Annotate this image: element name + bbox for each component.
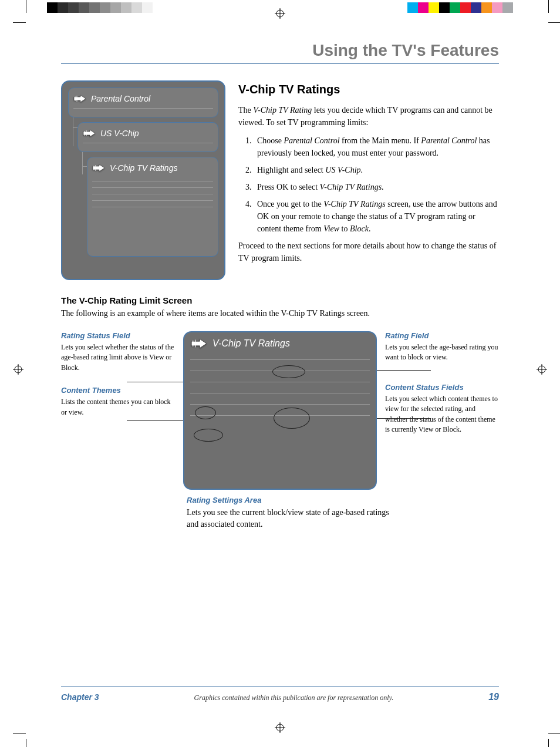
menu-screenshot: Parental Control US V-Chip V-Chip TV Rat… <box>61 80 225 280</box>
body-text: V-Chip TV Ratings The V-Chip TV Rating l… <box>238 80 499 280</box>
page-content: Using the TV's Features Parental Control… <box>61 41 499 531</box>
callout-rating-status-field: Rating Status Field Lets you select whet… <box>61 331 175 373</box>
menu-item-label: Parental Control <box>91 94 150 103</box>
limit-heading: The V-Chip Rating Limit Screen <box>61 295 499 305</box>
limit-section: The V-Chip Rating Limit Screen The follo… <box>61 295 499 531</box>
steps-list: Choose Parental Control from the Main me… <box>254 134 499 235</box>
registration-mark-icon <box>275 8 285 19</box>
menu-item-parental-control: Parental Control <box>68 88 218 117</box>
callout-rating-settings-area: Rating Settings Area Lets you see the cu… <box>187 496 398 531</box>
menu-arrow-icon <box>73 95 86 103</box>
callout-content-status-fields: Content Status Fields Lets you select wh… <box>385 383 499 435</box>
intro-paragraph: The V-Chip TV Rating lets you decide whi… <box>238 104 499 129</box>
menu-arrow-icon <box>83 129 96 137</box>
color-bar-right <box>407 2 513 13</box>
step-item: Choose Parental Control from the Main me… <box>254 134 499 159</box>
left-callouts: Rating Status Field Lets you select whet… <box>61 331 175 430</box>
vchip-ratings-panel: V-Chip TV Ratings <box>183 331 377 490</box>
section-heading: V-Chip TV Ratings <box>238 80 499 98</box>
registration-mark-icon <box>13 364 23 375</box>
menu-arrow-icon <box>92 164 105 172</box>
footer-page-number: 19 <box>488 692 499 702</box>
menu-item-us-vchip: US V-Chip <box>77 122 218 152</box>
right-callouts: Rating Field Lets you select the age-bas… <box>385 331 499 447</box>
callout-rating-field: Rating Field Lets you select the age-bas… <box>385 331 499 363</box>
footer-chapter: Chapter 3 <box>61 692 99 702</box>
callout-oval <box>274 408 310 429</box>
proceed-paragraph: Proceed to the next sections for more de… <box>238 240 499 264</box>
step-item: Press OK to select V-Chip TV Ratings. <box>254 181 499 193</box>
callout-oval <box>195 406 216 419</box>
menu-item-label: US V-Chip <box>100 129 139 138</box>
footer-note: Graphics contained within this publicati… <box>99 694 489 702</box>
callout-oval <box>272 365 305 378</box>
page-footer: Chapter 3 Graphics contained within this… <box>61 687 499 702</box>
menu-arrow-icon <box>190 338 208 349</box>
step-item: Highlight and select US V-Chip. <box>254 164 499 176</box>
callout-oval <box>194 429 223 442</box>
page-title: Using the TV's Features <box>61 41 499 64</box>
registration-mark-icon <box>275 722 285 733</box>
step-item: Once you get to the V-Chip TV Ratings sc… <box>254 198 499 235</box>
color-bar-left <box>47 2 163 13</box>
menu-item-label: V-Chip TV Ratings <box>110 163 177 173</box>
registration-mark-icon <box>537 364 547 375</box>
menu-item-vchip-tv-ratings: V-Chip TV Ratings <box>87 157 218 257</box>
callout-content-themes: Content Themes Lists the content themes … <box>61 386 175 418</box>
panel-title: V-Chip TV Ratings <box>212 338 290 349</box>
limit-intro: The following is an example of where ite… <box>61 309 499 318</box>
